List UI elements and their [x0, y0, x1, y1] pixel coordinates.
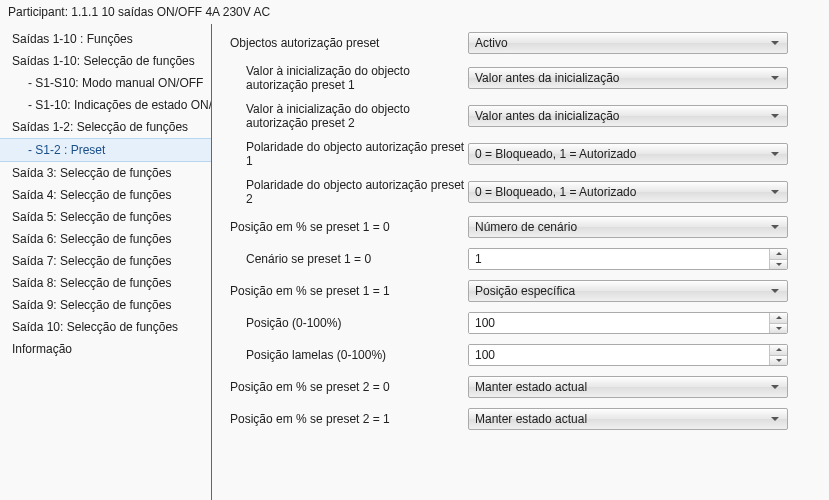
form-control: [468, 344, 788, 366]
dropdown[interactable]: Valor antes da inicialização: [468, 105, 788, 127]
stepper-buttons: [769, 249, 787, 269]
number-stepper: [468, 312, 788, 334]
dropdown[interactable]: Posição específica: [468, 280, 788, 302]
form-label: Valor à inicialização do objecto autoriz…: [246, 64, 468, 92]
number-input[interactable]: [469, 313, 769, 333]
form-label: Valor à inicialização do objecto autoriz…: [246, 102, 468, 130]
chevron-down-icon: [776, 263, 782, 266]
form-row: Posição em % se preset 2 = 1Manter estad…: [230, 408, 817, 430]
form-row: Polaridade do objecto autorização preset…: [230, 140, 817, 168]
sidebar: Saídas 1-10 : FunçõesSaídas 1-10: Selecç…: [0, 24, 212, 500]
form-control: Número de cenário: [468, 216, 788, 238]
chevron-up-icon: [776, 348, 782, 351]
form-row: Polaridade do objecto autorização preset…: [230, 178, 817, 206]
sidebar-item-label: Saídas 1-10: Selecção de funções: [12, 54, 195, 68]
number-input[interactable]: [469, 345, 769, 365]
sidebar-item[interactable]: Saídas 1-2: Selecção de funções: [0, 116, 211, 138]
sidebar-item[interactable]: Saída 10: Selecção de funções: [0, 316, 211, 338]
chevron-up-icon: [776, 316, 782, 319]
stepper-buttons: [769, 313, 787, 333]
dropdown-value: Posição específica: [475, 284, 575, 298]
sidebar-item-label: - S1-10: Indicações de estado ON/OFF: [28, 98, 212, 112]
dropdown[interactable]: Activo: [468, 32, 788, 54]
form-row: Posição lamelas (0-100%): [230, 344, 817, 366]
step-up-button[interactable]: [770, 313, 787, 324]
sidebar-item[interactable]: - S1-10: Indicações de estado ON/OFF: [0, 94, 211, 116]
form-control: Valor antes da inicialização: [468, 105, 788, 127]
dropdown-value: Activo: [475, 36, 508, 50]
sidebar-item-label: Saídas 1-10 : Funções: [12, 32, 133, 46]
step-up-button[interactable]: [770, 249, 787, 260]
dropdown-value: 0 = Bloqueado, 1 = Autorizado: [475, 147, 636, 161]
step-up-button[interactable]: [770, 345, 787, 356]
form-label: Posição em % se preset 2 = 1: [230, 412, 468, 426]
dropdown-value: Manter estado actual: [475, 380, 587, 394]
sidebar-item[interactable]: - S1-S10: Modo manual ON/OFF: [0, 72, 211, 94]
form-row: Posição em % se preset 2 = 0Manter estad…: [230, 376, 817, 398]
sidebar-item[interactable]: - S1-2 : Preset: [0, 138, 211, 162]
form-control: Manter estado actual: [468, 408, 788, 430]
form-control: 0 = Bloqueado, 1 = Autorizado: [468, 143, 788, 165]
sidebar-item[interactable]: Saída 5: Selecção de funções: [0, 206, 211, 228]
dropdown[interactable]: Manter estado actual: [468, 376, 788, 398]
main-layout: Saídas 1-10 : FunçõesSaídas 1-10: Selecç…: [0, 24, 829, 500]
form-control: 0 = Bloqueado, 1 = Autorizado: [468, 181, 788, 203]
dropdown-value: Valor antes da inicialização: [475, 109, 620, 123]
sidebar-item[interactable]: Saída 3: Selecção de funções: [0, 162, 211, 184]
sidebar-item-label: Saída 6: Selecção de funções: [12, 232, 171, 246]
form-label: Posição (0-100%): [246, 316, 468, 330]
number-input[interactable]: [469, 249, 769, 269]
sidebar-item-label: Saída 8: Selecção de funções: [12, 276, 171, 290]
dropdown[interactable]: 0 = Bloqueado, 1 = Autorizado: [468, 143, 788, 165]
sidebar-item[interactable]: Saída 9: Selecção de funções: [0, 294, 211, 316]
sidebar-item[interactable]: Saída 7: Selecção de funções: [0, 250, 211, 272]
sidebar-item[interactable]: Informação: [0, 338, 211, 360]
form-label: Polaridade do objecto autorização preset…: [246, 140, 468, 168]
sidebar-item[interactable]: Saída 6: Selecção de funções: [0, 228, 211, 250]
sidebar-item-label: Saída 5: Selecção de funções: [12, 210, 171, 224]
step-down-button[interactable]: [770, 356, 787, 366]
dropdown-value: 0 = Bloqueado, 1 = Autorizado: [475, 185, 636, 199]
dropdown[interactable]: Manter estado actual: [468, 408, 788, 430]
sidebar-item-label: Saída 3: Selecção de funções: [12, 166, 171, 180]
number-stepper: [468, 344, 788, 366]
form-control: Valor antes da inicialização: [468, 67, 788, 89]
form-control: Posição específica: [468, 280, 788, 302]
sidebar-item-label: Saída 7: Selecção de funções: [12, 254, 171, 268]
form-label: Posição em % se preset 1 = 0: [230, 220, 468, 234]
form-label: Cenário se preset 1 = 0: [246, 252, 468, 266]
form-row: Posição (0-100%): [230, 312, 817, 334]
sidebar-item-label: Saída 10: Selecção de funções: [12, 320, 178, 334]
form-content: Objectos autorização presetActivoValor à…: [212, 24, 829, 500]
step-down-button[interactable]: [770, 260, 787, 270]
form-label: Objectos autorização preset: [230, 36, 468, 50]
form-label: Posição lamelas (0-100%): [246, 348, 468, 362]
sidebar-item[interactable]: Saídas 1-10 : Funções: [0, 28, 211, 50]
dropdown[interactable]: Valor antes da inicialização: [468, 67, 788, 89]
sidebar-item-label: - S1-S10: Modo manual ON/OFF: [28, 76, 203, 90]
form-label: Posição em % se preset 2 = 0: [230, 380, 468, 394]
form-row: Posição em % se preset 1 = 0Número de ce…: [230, 216, 817, 238]
stepper-buttons: [769, 345, 787, 365]
sidebar-item-label: Saída 9: Selecção de funções: [12, 298, 171, 312]
dropdown[interactable]: 0 = Bloqueado, 1 = Autorizado: [468, 181, 788, 203]
form-label: Posição em % se preset 1 = 1: [230, 284, 468, 298]
dropdown-value: Manter estado actual: [475, 412, 587, 426]
form-label: Polaridade do objecto autorização preset…: [246, 178, 468, 206]
sidebar-item[interactable]: Saídas 1-10: Selecção de funções: [0, 50, 211, 72]
sidebar-item[interactable]: Saída 4: Selecção de funções: [0, 184, 211, 206]
dropdown-value: Número de cenário: [475, 220, 577, 234]
sidebar-item[interactable]: Saída 8: Selecção de funções: [0, 272, 211, 294]
chevron-up-icon: [776, 252, 782, 255]
sidebar-item-label: - S1-2 : Preset: [28, 143, 105, 157]
dropdown[interactable]: Número de cenário: [468, 216, 788, 238]
form-control: [468, 248, 788, 270]
step-down-button[interactable]: [770, 324, 787, 334]
sidebar-item-label: Informação: [12, 342, 72, 356]
participant-title: Participant: 1.1.1 10 saídas ON/OFF 4A 2…: [8, 5, 270, 19]
chevron-down-icon: [776, 327, 782, 330]
sidebar-item-label: Saídas 1-2: Selecção de funções: [12, 120, 188, 134]
participant-header: Participant: 1.1.1 10 saídas ON/OFF 4A 2…: [0, 0, 829, 24]
chevron-down-icon: [776, 359, 782, 362]
sidebar-item-label: Saída 4: Selecção de funções: [12, 188, 171, 202]
